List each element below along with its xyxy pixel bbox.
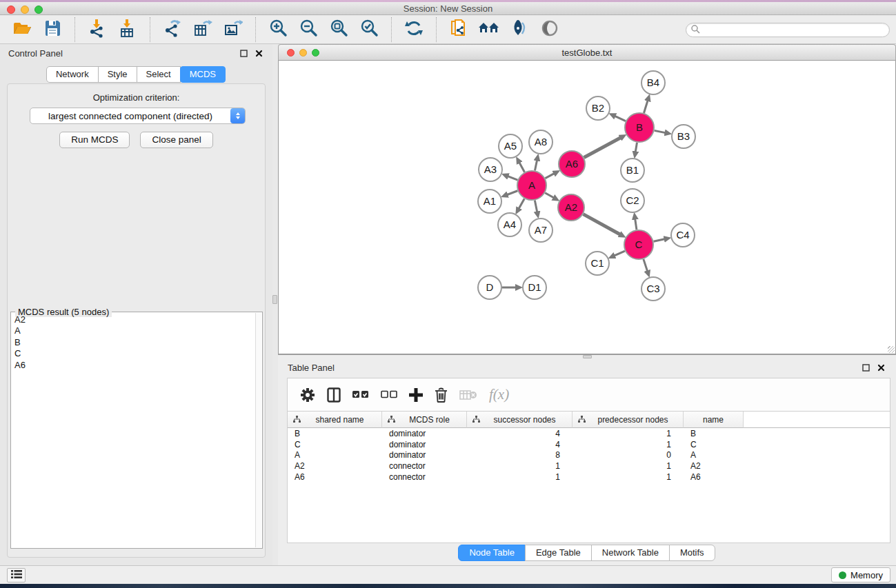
window-resize-grip[interactable] [888,346,895,353]
close-panel-button[interactable]: Close panel [140,132,212,148]
column-header-predecessor-nodes[interactable]: predecessor nodes [573,412,684,428]
close-window-button[interactable] [7,6,15,14]
table-cell-predecessor-nodes[interactable]: 1 [573,440,684,449]
zoom-fit-button[interactable] [323,18,354,41]
node-B[interactable]: B [625,113,654,142]
table-cell-predecessor-nodes[interactable]: 1 [573,472,684,482]
column-header-mcds-role[interactable]: MCDS role [382,412,467,428]
node-A8[interactable]: A8 [529,130,552,154]
network-canvas[interactable]: B4B2BB3A8A5A6A3B1AC2A1A2A4A7C4CC1C3DD1 [278,61,896,354]
table-cell-shared-name[interactable]: A [288,450,382,460]
table-cell-name[interactable]: B [684,429,744,438]
table-row[interactable]: A2connector11A2 [288,460,890,472]
edge-A2-C[interactable] [584,214,620,234]
node-C2[interactable]: C2 [621,189,644,212]
table-cell-shared-name[interactable]: A6 [288,472,382,482]
edge-B-B2[interactable] [615,116,626,121]
table-options-button[interactable] [300,387,315,403]
save-session-button[interactable] [37,18,68,41]
delete-columns-button[interactable] [435,387,448,403]
show-log-button[interactable] [7,568,26,582]
edge-B-B4[interactable] [644,101,648,113]
node-B3[interactable]: B3 [672,125,695,148]
column-header-shared-name[interactable]: shared name [288,412,382,428]
tab-edge-table[interactable]: Edge Table [525,545,592,561]
node-D1[interactable]: D1 [523,276,546,299]
node-B1[interactable]: B1 [621,159,644,182]
node-D[interactable]: D [478,276,501,299]
table-row[interactable]: Cdominator41C [288,439,890,450]
table-cell-predecessor-nodes[interactable]: 1 [573,429,684,438]
table-cell-shared-name[interactable]: A2 [288,461,382,471]
result-item[interactable]: A2 [12,314,252,325]
zoom-selected-button[interactable] [354,18,384,41]
tab-motifs[interactable]: Motifs [669,545,715,561]
edge-A-A8[interactable] [535,160,537,170]
table-cell-shared-name[interactable]: C [288,440,382,449]
close-table-panel-button[interactable] [875,362,886,373]
node-A1[interactable]: A1 [478,190,501,213]
unselect-all-columns-button[interactable] [381,390,397,399]
node-A2[interactable]: A2 [558,194,584,221]
node-A5[interactable]: A5 [499,134,522,158]
node-table[interactable]: shared nameMCDS rolesuccessor nodesprede… [287,412,890,543]
table-row[interactable]: Adominator80A [288,449,890,460]
create-column-button[interactable] [409,388,423,402]
edge-A-A6[interactable] [545,174,554,179]
close-panel-icon-button[interactable] [253,48,264,59]
table-cell-successor-nodes[interactable]: 4 [467,440,573,449]
zoom-in-button[interactable] [263,18,293,41]
edge-C-C2[interactable] [635,219,637,230]
import-network-button[interactable] [82,18,112,41]
table-cell-mcds-role[interactable]: connector [382,461,467,471]
criterion-dropdown[interactable]: largest connected component (directed) [30,108,246,124]
node-A7[interactable]: A7 [529,219,552,242]
open-session-button[interactable] [7,18,37,41]
tab-style[interactable]: Style [98,66,137,83]
node-C4[interactable]: C4 [671,223,695,247]
node-B4[interactable]: B4 [641,71,665,94]
column-header-name[interactable]: name [684,412,744,428]
edge-A-A2[interactable] [545,193,554,198]
vertical-split-divider[interactable] [272,44,278,565]
table-cell-mcds-role[interactable]: connector [382,472,467,482]
node-A[interactable]: A [517,171,546,200]
node-A6[interactable]: A6 [559,151,585,177]
edge-A-A7[interactable] [535,201,537,212]
search-input[interactable] [700,24,889,36]
table-cell-name[interactable]: A6 [684,472,744,482]
table-cell-shared-name[interactable]: B [288,429,382,438]
refresh-layout-button[interactable] [399,18,429,41]
edge-A-A3[interactable] [508,176,517,180]
table-cell-successor-nodes[interactable]: 1 [467,472,573,482]
table-cell-predecessor-nodes[interactable]: 0 [573,450,684,460]
result-item[interactable]: C [12,348,252,359]
minimize-view-button[interactable] [299,49,307,57]
tab-network-table[interactable]: Network Table [591,545,670,561]
tab-mcds[interactable]: MCDS [180,66,226,83]
table-row[interactable]: A6connector11A6 [288,472,890,483]
zoom-window-button[interactable] [34,6,43,14]
result-list-scrollbar[interactable] [255,313,261,547]
table-cell-name[interactable]: C [684,440,744,449]
table-cell-successor-nodes[interactable]: 4 [467,429,573,438]
table-cell-mcds-role[interactable]: dominator [382,440,467,449]
show-hide-button[interactable] [535,18,565,41]
divider-collapse-handle[interactable] [272,295,277,304]
node-A4[interactable]: A4 [498,213,521,236]
edge-A-A5[interactable] [519,163,525,172]
export-table-button[interactable] [188,18,218,41]
edge-A-A4[interactable] [519,199,524,208]
table-cell-successor-nodes[interactable]: 8 [467,450,573,460]
node-C3[interactable]: C3 [641,277,665,301]
float-panel-button[interactable] [238,48,249,59]
result-item[interactable]: A [12,325,252,336]
search-field[interactable] [686,23,890,37]
node-A3[interactable]: A3 [479,158,502,181]
close-view-button[interactable] [287,49,295,57]
result-item[interactable]: B [12,337,252,348]
minimize-window-button[interactable] [21,6,29,14]
table-cell-name[interactable]: A [684,450,744,460]
edge-B-B1[interactable] [635,143,637,152]
table-cell-mcds-role[interactable]: dominator [382,450,467,460]
